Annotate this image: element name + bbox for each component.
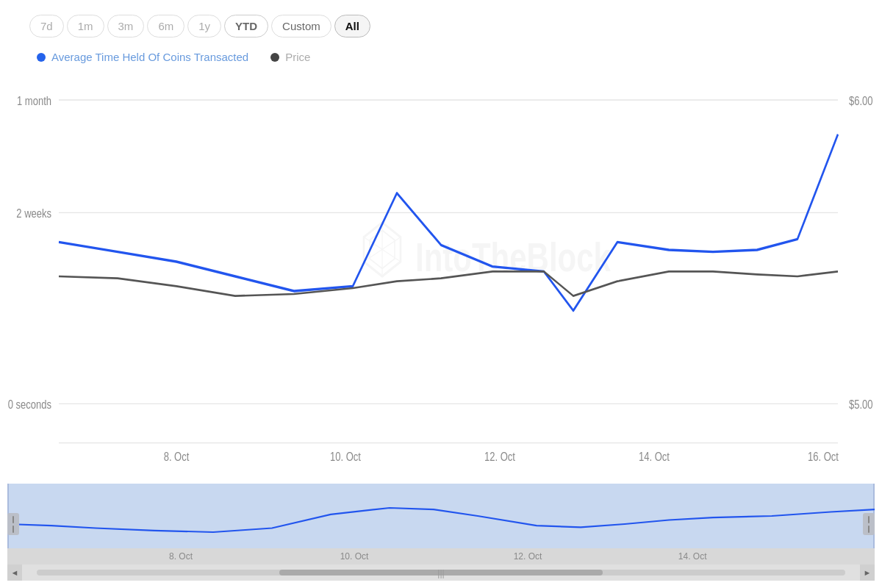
- svg-text:8. Oct: 8. Oct: [164, 449, 190, 463]
- btn-custom[interactable]: Custom: [271, 15, 331, 37]
- btn-1m[interactable]: 1m: [67, 15, 104, 37]
- svg-text:0 seconds: 0 seconds: [8, 397, 52, 411]
- nav-label-14oct: 14. Oct: [678, 551, 707, 562]
- svg-text:$6.00: $6.00: [849, 93, 873, 107]
- svg-text:14. Oct: 14. Oct: [639, 449, 670, 463]
- btn-7d[interactable]: 7d: [29, 15, 64, 37]
- chart-area: 1 month 2 weeks 0 seconds $6.00 $5.00: [7, 71, 875, 581]
- svg-text:2 weeks: 2 weeks: [16, 206, 51, 220]
- legend-dot-blue: [37, 53, 46, 62]
- svg-text:1 month: 1 month: [17, 93, 51, 107]
- legend-avg-time: Average Time Held Of Coins Transacted: [37, 51, 248, 63]
- main-container: 7d 1m 3m 6m 1y YTD Custom All Average Ti…: [0, 0, 882, 588]
- navigator-handle-left[interactable]: [7, 513, 19, 535]
- btn-6m[interactable]: 6m: [147, 15, 184, 37]
- handle-lines-right: [868, 516, 870, 533]
- nav-label-10oct: 10. Oct: [340, 551, 369, 562]
- svg-text:10. Oct: 10. Oct: [330, 449, 362, 463]
- time-range-bar: 7d 1m 3m 6m 1y YTD Custom All: [7, 15, 875, 37]
- navigator[interactable]: 8. Oct 10. Oct 12. Oct 14. Oct: [7, 484, 875, 564]
- svg-text:12. Oct: 12. Oct: [484, 449, 516, 463]
- main-chart-svg: 1 month 2 weeks 0 seconds $6.00 $5.00: [7, 71, 875, 482]
- chart-legend: Average Time Held Of Coins Transacted Pr…: [7, 51, 875, 63]
- scrollbar-area[interactable]: ◄ ||| ►: [7, 564, 875, 581]
- legend-price: Price: [270, 51, 310, 63]
- btn-1y[interactable]: 1y: [187, 15, 221, 37]
- scroll-left-arrow[interactable]: ◄: [7, 564, 22, 581]
- legend-dot-dark: [270, 53, 279, 62]
- navigator-svg: [7, 484, 875, 548]
- svg-text:$5.00: $5.00: [849, 397, 873, 411]
- navigator-handle-right[interactable]: [863, 513, 875, 535]
- scrollbar-track[interactable]: |||: [37, 570, 845, 576]
- legend-label-price: Price: [285, 51, 310, 63]
- svg-text:IntoTheBlock: IntoTheBlock: [415, 234, 611, 279]
- chart-wrapper: 1 month 2 weeks 0 seconds $6.00 $5.00: [7, 71, 875, 482]
- btn-all[interactable]: All: [334, 15, 370, 37]
- btn-ytd[interactable]: YTD: [224, 15, 268, 37]
- blue-line: [59, 135, 838, 311]
- svg-text:16. Oct: 16. Oct: [808, 449, 839, 463]
- nav-label-12oct: 12. Oct: [514, 551, 542, 562]
- scroll-middle-icon: |||: [437, 568, 444, 578]
- handle-lines-left: [12, 516, 14, 533]
- navigator-labels: 8. Oct 10. Oct 12. Oct 14. Oct: [7, 548, 875, 564]
- legend-label-avg-time: Average Time Held Of Coins Transacted: [51, 51, 248, 63]
- btn-3m[interactable]: 3m: [107, 15, 145, 37]
- nav-label-8oct: 8. Oct: [169, 551, 193, 562]
- scroll-right-arrow[interactable]: ►: [860, 564, 875, 581]
